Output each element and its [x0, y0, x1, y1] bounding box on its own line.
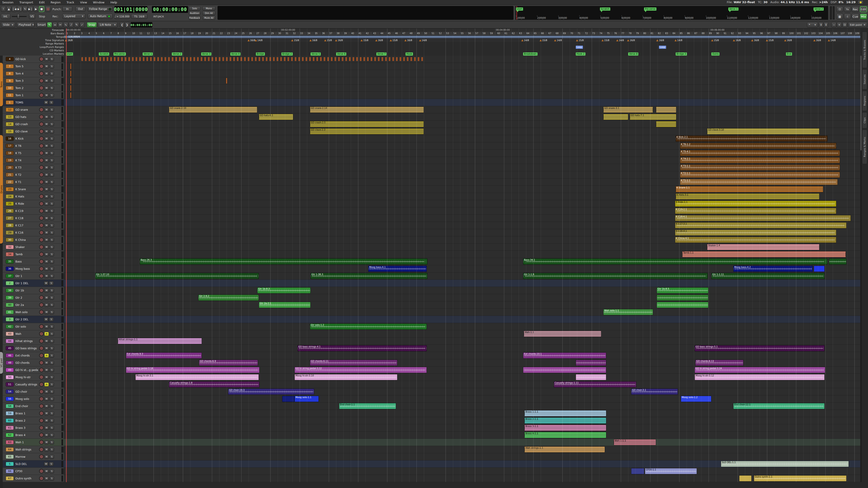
track-header-gd-hi-st-g-pedal[interactable]: 49GD hi st…g pedalMS [3, 366, 64, 374]
mute-button[interactable]: M [44, 455, 49, 459]
record-arm-button[interactable] [39, 455, 43, 459]
region-cp30-1-1[interactable]: CP30-1.1 [645, 468, 697, 474]
track-number-badge[interactable]: 38 [6, 288, 14, 293]
region-tamb-1-1[interactable]: Tamb-1.1 [682, 251, 846, 257]
region-k-c17-3-1[interactable]: K C17-3.1 [675, 222, 846, 228]
record-arm-button[interactable] [39, 303, 43, 307]
mono-button[interactable]: Mono [202, 6, 215, 10]
record-arm-button[interactable] [39, 295, 43, 300]
track-number-badge[interactable]: 29 [6, 230, 14, 235]
mute-button[interactable]: M [44, 129, 49, 133]
mute-button[interactable]: M [44, 144, 49, 148]
region-k-t2-1-1[interactable]: K T2-1.1 [680, 172, 840, 178]
solo-button[interactable]: S [50, 346, 54, 350]
track-number-badge[interactable]: 21 [6, 173, 14, 177]
mute-button[interactable]: M [44, 448, 49, 452]
record-arm-button[interactable] [39, 274, 43, 278]
timesig-marker[interactable]: 16/8 [784, 39, 792, 41]
solo-button[interactable]: S [49, 318, 54, 322]
location-marker-bridge-2[interactable]: Bridge 2 [281, 53, 293, 56]
region[interactable] [657, 295, 708, 301]
location-marker-verse-4[interactable]: Verse 4 [230, 53, 241, 56]
record-arm-button[interactable] [39, 136, 43, 141]
track-number-badge[interactable]: 20 [6, 165, 14, 170]
record-arm-button[interactable] [39, 390, 43, 394]
mute-button[interactable]: M [44, 238, 49, 242]
timesig-marker[interactable]: 16/8 [404, 39, 412, 41]
solo-button[interactable]: S [50, 166, 54, 170]
track-header-k-t1[interactable]: 22K T1MS [3, 178, 64, 186]
menu-item-help[interactable]: Help [110, 1, 117, 4]
mute-button[interactable]: M [44, 108, 49, 112]
bars-beats-row[interactable]: 1234567891011121314151617181920212223242… [64, 32, 860, 35]
mute-button[interactable]: M [44, 122, 49, 126]
grab-tool-icon[interactable]: ↖ [47, 22, 52, 28]
timesig-marker[interactable]: 16/8 [813, 39, 821, 41]
shuttle-handle[interactable] [17, 14, 20, 19]
mute-button[interactable]: M [44, 375, 49, 379]
region-gd-clave-3-10[interactable]: GD clave-3.10 [707, 128, 819, 134]
track-lane-gtr-1b[interactable] [64, 287, 860, 294]
solo-button[interactable]: S [50, 158, 54, 162]
location-marker-verse-8[interactable]: Verse 8 [628, 53, 638, 56]
ruler-row-location-markers[interactable] [64, 52, 860, 56]
menu-item-edit[interactable]: Edit [39, 1, 45, 4]
zoom-focus-combo[interactable]: Edit point▼ [848, 22, 867, 28]
vertical-scrollbar-thumb[interactable] [860, 56, 862, 151]
region-bass-34-1[interactable]: Bass-34.1 [523, 258, 828, 265]
track-number-badge[interactable]: 15 [6, 129, 14, 133]
location-marker-verse-7[interactable]: Verse 7 [376, 53, 386, 56]
region-gd-bass-strings-4-1[interactable]: GD bass strings-4.1 [298, 345, 427, 351]
track-header-brass-4[interactable]: 62Brass 4MS [3, 431, 64, 439]
timesig-marker[interactable]: 15/8 [711, 39, 719, 41]
solo-button[interactable]: S [50, 296, 54, 300]
track-header-gd-hats[interactable]: 13GD hatsMS [3, 113, 64, 121]
track-number-badge[interactable]: 13 [6, 115, 14, 119]
track-lane-gd-choir[interactable] [64, 388, 860, 395]
timesig-marker[interactable]: 15/8 [390, 39, 397, 41]
region-wah-strings-1-1[interactable]: Wah strings-1.1 [524, 447, 604, 453]
timesig-marker[interactable]: 14/8 [419, 39, 427, 41]
location-marker-outro[interactable]: Outro [711, 53, 719, 56]
track-header-gtr-solo[interactable]: 42Gtr soloMS [3, 323, 64, 330]
track-header-moog-hi-str[interactable]: 50Moog hi-strMS [3, 374, 64, 381]
track-number-badge[interactable]: 27 [6, 216, 14, 220]
feedback-button[interactable]: Feedback [189, 16, 200, 20]
track-header-gtr-2[interactable]: 39Gtr 2MS [3, 294, 64, 301]
record-arm-button[interactable] [39, 447, 43, 452]
loop-marker[interactable]: Loop [576, 46, 583, 49]
mute-button[interactable]: M [44, 209, 49, 213]
dim-all-button[interactable]: Dim All [202, 11, 215, 15]
ruler-row-loop-punch-ranges[interactable] [64, 45, 860, 49]
track-header-tom-5[interactable]: 7Tom 5MS [3, 63, 64, 70]
timesig-marker[interactable]: 16/8 [627, 39, 635, 41]
region-k-t5-4-1[interactable]: K T5-4.1 [680, 150, 840, 156]
track-number-badge[interactable]: 30 [6, 238, 14, 242]
region-gtr-1b-8-3[interactable]: Gtr 1b-8.3 [257, 287, 311, 293]
mute-button[interactable]: M [44, 361, 49, 365]
range-tool-icon[interactable]: ↔ [53, 22, 57, 28]
track-header-gd-bass-strings[interactable]: 45GD bass stringsMS [3, 345, 64, 352]
region[interactable] [81, 56, 424, 62]
record-arm-button[interactable] [39, 368, 43, 372]
record-arm-button[interactable] [39, 440, 43, 445]
track-number-badge[interactable]: 65 [6, 455, 14, 459]
solo-button[interactable]: S [50, 129, 54, 133]
location-marker-verse-2[interactable]: Verse 2 [172, 53, 182, 56]
solo-button[interactable]: S [50, 397, 54, 401]
timesig-marker[interactable]: 14/8 [828, 39, 835, 41]
track-lane-gtr-2a[interactable] [64, 301, 860, 308]
loop-button[interactable]: ↻ [23, 6, 28, 12]
record-arm-button[interactable] [39, 165, 43, 170]
track-number-badge[interactable]: 37 [6, 274, 14, 278]
mute-all-button[interactable]: Mute All [202, 16, 215, 20]
region-gd-snare-3-1[interactable]: GD snare-3.1 [603, 107, 653, 113]
track-number-badge[interactable]: 14 [6, 122, 14, 126]
timesig-marker[interactable]: 16/8 [335, 39, 343, 41]
audition-tool-icon[interactable]: ♪ [69, 22, 74, 28]
track-number-badge[interactable]: 11 [6, 93, 14, 97]
region-gd-hi-string-pedal-3-18[interactable]: GD hi string pedal-3.18 [126, 367, 259, 373]
region-outro-synth-1-1[interactable]: Outro synth-1.1 [754, 475, 846, 482]
track-header-k-t2[interactable]: 21K T2MS [3, 171, 64, 178]
tempo-button[interactable]: ♩ = 116.000 [114, 14, 130, 19]
